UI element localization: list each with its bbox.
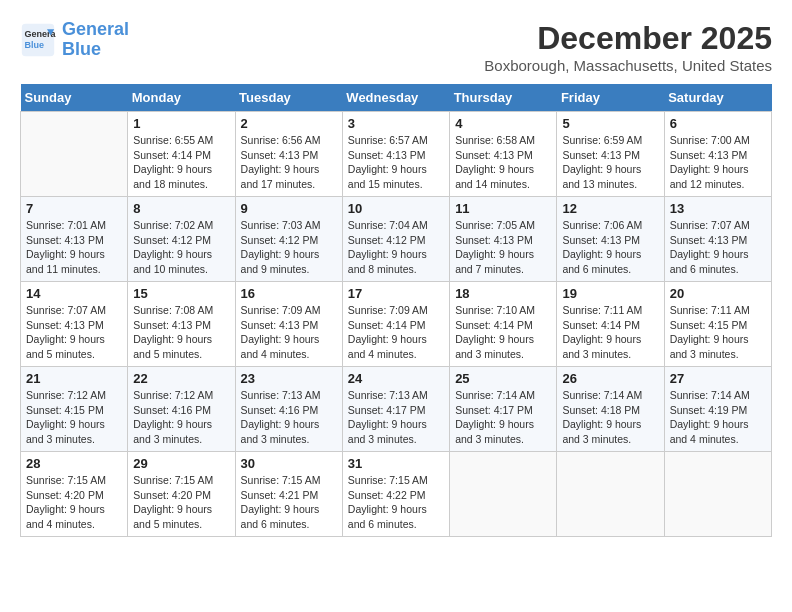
calendar-week-1: 1Sunrise: 6:55 AMSunset: 4:14 PMDaylight… [21,112,772,197]
day-number: 15 [133,286,229,301]
calendar-cell [557,452,664,537]
calendar-cell: 10Sunrise: 7:04 AMSunset: 4:12 PMDayligh… [342,197,449,282]
calendar-cell: 19Sunrise: 7:11 AMSunset: 4:14 PMDayligh… [557,282,664,367]
calendar-cell: 8Sunrise: 7:02 AMSunset: 4:12 PMDaylight… [128,197,235,282]
calendar-cell [21,112,128,197]
calendar-cell: 12Sunrise: 7:06 AMSunset: 4:13 PMDayligh… [557,197,664,282]
day-number: 1 [133,116,229,131]
calendar-cell: 5Sunrise: 6:59 AMSunset: 4:13 PMDaylight… [557,112,664,197]
day-info: Sunrise: 6:57 AMSunset: 4:13 PMDaylight:… [348,133,444,192]
calendar-week-5: 28Sunrise: 7:15 AMSunset: 4:20 PMDayligh… [21,452,772,537]
weekday-header-friday: Friday [557,84,664,112]
day-info: Sunrise: 6:58 AMSunset: 4:13 PMDaylight:… [455,133,551,192]
logo-line2: Blue [62,39,101,59]
calendar-cell: 25Sunrise: 7:14 AMSunset: 4:17 PMDayligh… [450,367,557,452]
day-number: 23 [241,371,337,386]
day-number: 18 [455,286,551,301]
calendar-cell: 15Sunrise: 7:08 AMSunset: 4:13 PMDayligh… [128,282,235,367]
weekday-header-row: SundayMondayTuesdayWednesdayThursdayFrid… [21,84,772,112]
calendar-cell: 4Sunrise: 6:58 AMSunset: 4:13 PMDaylight… [450,112,557,197]
weekday-header-saturday: Saturday [664,84,771,112]
calendar-cell: 14Sunrise: 7:07 AMSunset: 4:13 PMDayligh… [21,282,128,367]
calendar-cell: 24Sunrise: 7:13 AMSunset: 4:17 PMDayligh… [342,367,449,452]
logo-icon: General Blue [20,22,56,58]
page-header: General Blue General Blue December 2025 … [20,20,772,74]
day-number: 11 [455,201,551,216]
day-info: Sunrise: 7:13 AMSunset: 4:17 PMDaylight:… [348,388,444,447]
calendar-cell: 28Sunrise: 7:15 AMSunset: 4:20 PMDayligh… [21,452,128,537]
calendar-cell: 11Sunrise: 7:05 AMSunset: 4:13 PMDayligh… [450,197,557,282]
calendar-cell: 18Sunrise: 7:10 AMSunset: 4:14 PMDayligh… [450,282,557,367]
day-number: 10 [348,201,444,216]
day-number: 2 [241,116,337,131]
day-number: 24 [348,371,444,386]
day-info: Sunrise: 7:11 AMSunset: 4:15 PMDaylight:… [670,303,766,362]
calendar-cell: 29Sunrise: 7:15 AMSunset: 4:20 PMDayligh… [128,452,235,537]
day-info: Sunrise: 7:15 AMSunset: 4:21 PMDaylight:… [241,473,337,532]
logo-text: General Blue [62,20,129,60]
calendar-cell: 27Sunrise: 7:14 AMSunset: 4:19 PMDayligh… [664,367,771,452]
day-info: Sunrise: 7:15 AMSunset: 4:20 PMDaylight:… [26,473,122,532]
day-number: 27 [670,371,766,386]
day-number: 6 [670,116,766,131]
weekday-header-monday: Monday [128,84,235,112]
weekday-header-tuesday: Tuesday [235,84,342,112]
day-number: 7 [26,201,122,216]
day-number: 21 [26,371,122,386]
title-area: December 2025 Boxborough, Massachusetts,… [484,20,772,74]
weekday-header-thursday: Thursday [450,84,557,112]
calendar-cell: 22Sunrise: 7:12 AMSunset: 4:16 PMDayligh… [128,367,235,452]
day-number: 22 [133,371,229,386]
day-number: 31 [348,456,444,471]
day-info: Sunrise: 7:04 AMSunset: 4:12 PMDaylight:… [348,218,444,277]
calendar-cell: 1Sunrise: 6:55 AMSunset: 4:14 PMDaylight… [128,112,235,197]
day-info: Sunrise: 7:02 AMSunset: 4:12 PMDaylight:… [133,218,229,277]
day-info: Sunrise: 7:09 AMSunset: 4:13 PMDaylight:… [241,303,337,362]
logo: General Blue General Blue [20,20,129,60]
day-info: Sunrise: 7:15 AMSunset: 4:22 PMDaylight:… [348,473,444,532]
day-info: Sunrise: 7:00 AMSunset: 4:13 PMDaylight:… [670,133,766,192]
day-number: 9 [241,201,337,216]
day-info: Sunrise: 7:14 AMSunset: 4:18 PMDaylight:… [562,388,658,447]
calendar-week-4: 21Sunrise: 7:12 AMSunset: 4:15 PMDayligh… [21,367,772,452]
calendar-week-3: 14Sunrise: 7:07 AMSunset: 4:13 PMDayligh… [21,282,772,367]
day-number: 5 [562,116,658,131]
day-info: Sunrise: 7:07 AMSunset: 4:13 PMDaylight:… [26,303,122,362]
day-info: Sunrise: 7:01 AMSunset: 4:13 PMDaylight:… [26,218,122,277]
day-info: Sunrise: 7:14 AMSunset: 4:17 PMDaylight:… [455,388,551,447]
calendar-cell: 20Sunrise: 7:11 AMSunset: 4:15 PMDayligh… [664,282,771,367]
day-info: Sunrise: 7:11 AMSunset: 4:14 PMDaylight:… [562,303,658,362]
day-info: Sunrise: 6:56 AMSunset: 4:13 PMDaylight:… [241,133,337,192]
calendar-cell: 21Sunrise: 7:12 AMSunset: 4:15 PMDayligh… [21,367,128,452]
day-number: 12 [562,201,658,216]
calendar-cell: 17Sunrise: 7:09 AMSunset: 4:14 PMDayligh… [342,282,449,367]
day-number: 25 [455,371,551,386]
day-info: Sunrise: 6:55 AMSunset: 4:14 PMDaylight:… [133,133,229,192]
calendar-cell: 9Sunrise: 7:03 AMSunset: 4:12 PMDaylight… [235,197,342,282]
day-number: 3 [348,116,444,131]
calendar-cell: 7Sunrise: 7:01 AMSunset: 4:13 PMDaylight… [21,197,128,282]
day-number: 28 [26,456,122,471]
day-info: Sunrise: 7:12 AMSunset: 4:15 PMDaylight:… [26,388,122,447]
day-info: Sunrise: 7:05 AMSunset: 4:13 PMDaylight:… [455,218,551,277]
day-info: Sunrise: 7:10 AMSunset: 4:14 PMDaylight:… [455,303,551,362]
calendar-cell [664,452,771,537]
calendar-cell: 2Sunrise: 6:56 AMSunset: 4:13 PMDaylight… [235,112,342,197]
calendar-cell: 3Sunrise: 6:57 AMSunset: 4:13 PMDaylight… [342,112,449,197]
calendar-table: SundayMondayTuesdayWednesdayThursdayFrid… [20,84,772,537]
day-number: 26 [562,371,658,386]
calendar-cell: 26Sunrise: 7:14 AMSunset: 4:18 PMDayligh… [557,367,664,452]
day-number: 13 [670,201,766,216]
weekday-header-sunday: Sunday [21,84,128,112]
day-number: 30 [241,456,337,471]
day-info: Sunrise: 7:03 AMSunset: 4:12 PMDaylight:… [241,218,337,277]
calendar-cell: 13Sunrise: 7:07 AMSunset: 4:13 PMDayligh… [664,197,771,282]
weekday-header-wednesday: Wednesday [342,84,449,112]
day-info: Sunrise: 7:06 AMSunset: 4:13 PMDaylight:… [562,218,658,277]
day-number: 20 [670,286,766,301]
day-number: 19 [562,286,658,301]
day-number: 8 [133,201,229,216]
day-info: Sunrise: 6:59 AMSunset: 4:13 PMDaylight:… [562,133,658,192]
logo-line1: General [62,19,129,39]
calendar-cell [450,452,557,537]
